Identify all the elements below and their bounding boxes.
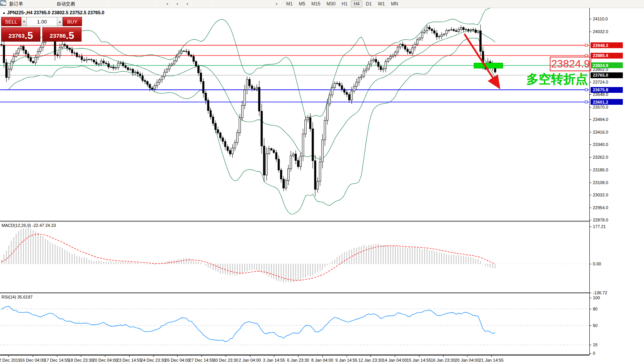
chat-icon[interactable] xyxy=(634,0,642,8)
price-tick-23416.0: 23416.0 xyxy=(593,130,608,134)
volume-input[interactable] xyxy=(27,17,57,26)
search-icon[interactable] xyxy=(626,0,634,8)
market-watch-icon[interactable] xyxy=(25,0,33,8)
x-axis-label: 26 Dec 04:00 xyxy=(165,358,190,362)
x-axis-label: 14 Jan 04:00 xyxy=(382,358,407,362)
price-tick-23262.0: 23262.0 xyxy=(593,155,608,159)
timeframe-button-mn[interactable]: MN xyxy=(388,0,401,7)
buy-price-display[interactable]: 23786.5 xyxy=(42,27,82,42)
auto-trading-icon[interactable] xyxy=(48,0,56,8)
volume-increase-button[interactable]: ▲ xyxy=(57,17,63,26)
x-axis-label: 24 Dec 23:30 xyxy=(141,358,166,362)
time-axis[interactable]: 12 Dec 201916 Dec 04:0017 Dec 14:5518 De… xyxy=(0,355,644,364)
support-highlight-rect[interactable] xyxy=(474,63,503,69)
periods-icon[interactable] xyxy=(169,0,177,8)
x-axis-label: 18 Dec 23:30 xyxy=(68,358,93,362)
auto-scroll-icon[interactable] xyxy=(138,0,146,8)
timeframe-button-w1[interactable]: W1 xyxy=(375,0,387,7)
macd-tick--136.72: -136.72 xyxy=(593,290,607,295)
indicators-dropdown-caret[interactable]: ▾ xyxy=(167,2,168,6)
templates-dropdown-caret[interactable]: ▾ xyxy=(187,2,188,6)
price-tick-23724.0: 23724.0 xyxy=(593,80,608,84)
navigator-icon[interactable] xyxy=(41,0,48,8)
fibonacci-icon[interactable]: F xyxy=(245,0,253,8)
vertical-line-icon[interactable] xyxy=(214,0,222,8)
crosshair-icon[interactable] xyxy=(202,0,209,8)
timeframe-button-h1[interactable]: H1 xyxy=(339,0,350,7)
chart-ohlc-values: 23765.0 23802.5 23752.5 23765.0 xyxy=(34,10,105,15)
macd-tick-177.21: 177.21 xyxy=(593,224,606,229)
text-label-icon[interactable]: T xyxy=(260,0,268,8)
main-price-chart[interactable] xyxy=(0,8,589,221)
indicators-icon[interactable] xyxy=(159,0,167,8)
line-chart-icon[interactable] xyxy=(98,0,105,8)
buy-price-fraction: .5 xyxy=(66,30,74,40)
timeframe-button-m15[interactable]: M15 xyxy=(309,0,323,7)
toolbar-separator xyxy=(212,1,212,7)
chart-title: ▲ JPN225-,H4 23765.0 23802.5 23752.5 237… xyxy=(2,10,104,15)
text-icon[interactable]: A xyxy=(253,0,260,8)
price-callout-box: 23824.9 xyxy=(550,57,591,71)
x-axis-label: 15 Jan 14:55 xyxy=(407,358,431,362)
horizontal-line-icon[interactable] xyxy=(222,0,230,8)
tile-windows-icon[interactable] xyxy=(126,0,133,8)
x-axis-label: 23 Dec 14:55 xyxy=(117,358,142,362)
timeframe-button-m1[interactable]: M1 xyxy=(284,0,295,7)
rsi-tick-100: 100 xyxy=(593,295,600,300)
collapse-triangle-icon[interactable]: ▲ xyxy=(2,11,6,15)
buy-button[interactable]: BUY xyxy=(63,17,82,26)
toolbar-separator xyxy=(136,1,136,7)
rsi-indicator-panel[interactable]: RSI(14) 35.6197 xyxy=(0,294,589,354)
candlesticks xyxy=(1,25,496,196)
price-axis[interactable]: 24110.024032.023802.023724.023648.023570… xyxy=(589,8,644,355)
x-axis-label: 17 Dec 14:55 xyxy=(44,358,69,362)
timeframe-button-m30[interactable]: M30 xyxy=(324,0,338,7)
volume-decrease-button[interactable]: ▼ xyxy=(21,17,27,26)
trendline-icon[interactable] xyxy=(230,0,237,8)
price-badge-23948.3: 23948.3 xyxy=(591,42,623,48)
templates-icon[interactable] xyxy=(179,0,187,8)
macd-indicator-panel[interactable]: MACD(12,26,9) -22.47 24.33 xyxy=(0,222,589,292)
price-badge-23885.4: 23885.4 xyxy=(591,53,623,59)
x-axis-label: 12 Jan 23:30 xyxy=(358,358,383,362)
x-axis-label: 21 Jan 14:55 xyxy=(479,358,504,362)
timeframe-button-d1[interactable]: D1 xyxy=(363,0,374,7)
price-tick-22954.0: 22954.0 xyxy=(593,205,608,210)
x-axis-label: 20 Dec 04:00 xyxy=(92,358,117,362)
toolbar-separator xyxy=(80,1,80,7)
trading-terminal-window: 新订单 自动交易 xyxy=(0,0,644,364)
price-badge-23675.8: 23675.8 xyxy=(591,87,623,93)
auto-trading-label[interactable]: 自动交易 xyxy=(57,1,75,7)
trend-arrow[interactable] xyxy=(464,34,499,88)
bar-chart-icon[interactable] xyxy=(82,0,90,8)
toolbar-separator xyxy=(108,1,108,7)
periods-dropdown-caret[interactable]: ▾ xyxy=(177,2,178,6)
sell-button[interactable]: SELL xyxy=(1,17,21,26)
cursor-icon[interactable] xyxy=(194,0,202,8)
equidistant-channel-icon[interactable]: E xyxy=(237,0,245,8)
data-window-icon[interactable] xyxy=(33,0,41,8)
sell-price-fraction: .5 xyxy=(25,30,33,40)
rsi-tick-80: 80 xyxy=(593,307,597,311)
x-axis-label: 9 Jan 14:55 xyxy=(335,358,358,362)
bollinger-middle-band xyxy=(7,31,495,159)
timeframe-button-m5[interactable]: M5 xyxy=(296,0,308,7)
sell-price-display[interactable]: 23763.5 xyxy=(1,27,40,42)
rsi-tick-15: 15 xyxy=(593,342,597,347)
rsi-label: RSI(14) 35.6197 xyxy=(2,295,33,299)
top-toolbar: 新订单 自动交易 xyxy=(0,0,644,8)
rsi-line xyxy=(2,306,495,342)
zoom-out-icon[interactable] xyxy=(118,0,126,8)
x-axis-label: 27 Dec 14:55 xyxy=(189,358,214,362)
arrows-dropdown-caret[interactable]: ▾ xyxy=(276,2,277,6)
chart-shift-icon[interactable] xyxy=(146,0,154,8)
one-click-trading-panel: SELL ▼ ▲ BUY 23763.5 23786.5 xyxy=(1,17,82,42)
arrows-icon[interactable] xyxy=(268,0,276,8)
toolbar-separator xyxy=(191,1,192,7)
x-axis-label: 16 Dec 04:00 xyxy=(20,358,45,362)
candlestick-chart-icon[interactable] xyxy=(90,0,98,8)
zoom-in-icon[interactable] xyxy=(110,0,118,8)
new-order-label[interactable]: 新订单 xyxy=(9,1,23,7)
timeframe-button-h4[interactable]: H4 xyxy=(351,0,362,7)
price-badge-23601.2: 23601.2 xyxy=(591,99,623,105)
